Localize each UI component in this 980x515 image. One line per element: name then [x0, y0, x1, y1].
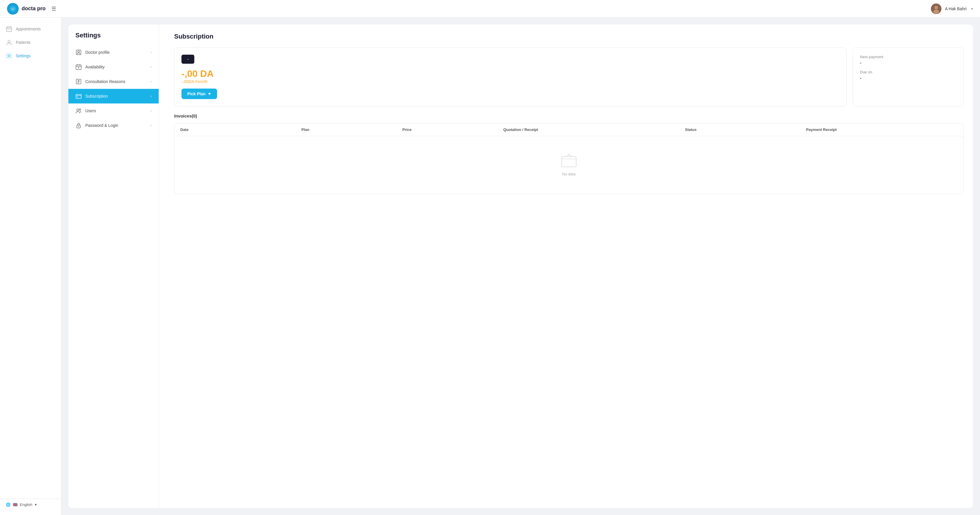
menu-left-subscription: Subscription: [75, 93, 108, 99]
menu-left-doctor: Doctor profile: [75, 49, 110, 56]
sidebar-item-settings[interactable]: Settings: [0, 49, 61, 62]
table-header-quotation: Quotation / Receipt: [503, 128, 685, 132]
svg-point-7: [933, 10, 939, 14]
invoices-table: Date Plan Price Quotation / Receipt Stat…: [174, 123, 964, 194]
doctor-profile-chevron: ›: [151, 50, 152, 54]
no-data-area: No data: [175, 136, 963, 194]
table-header-payment-receipt: Payment Receipt: [806, 128, 958, 132]
availability-label: Availability: [85, 65, 105, 69]
menu-left-password: Password & Login: [75, 122, 118, 129]
password-login-chevron: ›: [151, 123, 152, 128]
svg-point-25: [78, 126, 79, 127]
language-selector[interactable]: 🌐 🇬🇧 English ▾: [6, 502, 55, 507]
settings-menu-consultation-reasons[interactable]: Consultation Reasons ›: [68, 74, 159, 89]
no-data-text: No data: [562, 172, 576, 176]
settings-menu-password-login[interactable]: Password & Login ›: [68, 118, 159, 133]
no-data-icon: [560, 154, 578, 168]
consultation-reasons-icon: [75, 78, 82, 85]
table-header-date: Date: [180, 128, 302, 132]
lang-emoji-icon: 🌐: [6, 502, 11, 507]
table-header-plan: Plan: [302, 128, 402, 132]
table-header-status: Status: [685, 128, 806, 132]
sidebar-item-patients[interactable]: Patients: [0, 36, 61, 49]
navbar: docta pro ☰ A Hak Bahri ▾: [0, 0, 980, 18]
svg-rect-8: [6, 27, 12, 32]
settings-menu-subscription[interactable]: Subscription ›: [68, 89, 159, 104]
logo: docta pro: [7, 3, 46, 14]
svg-point-17: [78, 67, 79, 69]
settings-menu-doctor-profile[interactable]: Doctor profile ›: [68, 45, 159, 60]
sidebar-item-appointments[interactable]: Appointments: [0, 22, 61, 36]
sidebar-settings-label: Settings: [16, 54, 31, 58]
menu-left-users: Users: [75, 108, 96, 114]
svg-rect-26: [562, 157, 576, 167]
svg-point-12: [8, 40, 10, 43]
availability-icon: [75, 64, 82, 70]
appointments-icon: [6, 26, 12, 32]
svg-rect-20: [76, 94, 81, 99]
plan-price: -,00 DA: [181, 69, 840, 79]
svg-point-6: [934, 6, 938, 10]
next-payment-value: -: [860, 60, 956, 65]
settings-container: Settings Doctor profile ›: [68, 25, 973, 508]
pick-plan-button[interactable]: Pick Plan ✦: [181, 89, 217, 99]
users-label: Users: [85, 108, 96, 113]
subscription-icon: [75, 93, 82, 99]
menu-left-consultation: Consultation Reasons: [75, 78, 125, 85]
logo-icon: [7, 3, 19, 14]
consultation-reasons-label: Consultation Reasons: [85, 79, 125, 84]
svg-rect-21: [77, 97, 78, 97]
language-label: English: [20, 502, 32, 507]
plan-price-area: -,00 DA -,00DA /month: [181, 69, 840, 84]
plan-badge: -: [181, 55, 194, 64]
svg-point-27: [568, 154, 570, 155]
menu-left-availability: Availability: [75, 64, 105, 70]
pick-plan-label: Pick Plan: [187, 91, 205, 96]
table-header: Date Plan Price Quotation / Receipt Stat…: [175, 123, 963, 136]
hamburger-button[interactable]: ☰: [50, 5, 57, 13]
settings-content: Subscription - -,00 DA -,00DA /month: [165, 25, 973, 508]
plan-price-sub: -,00DA /month: [181, 79, 840, 84]
svg-rect-11: [10, 30, 11, 30]
pick-plan-icon: ✦: [208, 91, 211, 96]
settings-sidebar: Settings Doctor profile ›: [68, 25, 159, 508]
settings-menu-availability[interactable]: Availability ›: [68, 60, 159, 74]
sidebar-nav: Appointments Patients Settings: [0, 22, 61, 499]
navbar-right: A Hak Bahri ▾: [931, 3, 973, 14]
users-chevron: ›: [151, 109, 152, 113]
subscription-label: Subscription: [85, 94, 108, 99]
svg-rect-10: [9, 30, 10, 30]
sidebar-footer: 🌐 🇬🇧 English ▾: [0, 499, 61, 510]
sidebar-patients-label: Patients: [16, 40, 31, 45]
svg-point-3: [11, 8, 12, 8]
subscription-top: - -,00 DA -,00DA /month Pick Plan ✦: [174, 47, 964, 107]
settings-icon: [6, 53, 12, 59]
svg-point-0: [10, 6, 16, 12]
hamburger-icon: ☰: [51, 6, 56, 12]
app-name: docta pro: [22, 6, 46, 12]
svg-rect-9: [8, 30, 8, 30]
svg-point-4: [13, 8, 14, 8]
avatar: [931, 3, 942, 14]
due-on-label: Due on: [860, 70, 956, 74]
svg-point-13: [8, 55, 10, 57]
doctor-profile-icon: [75, 49, 82, 56]
users-icon: [75, 108, 82, 114]
sidebar-appointments-label: Appointments: [16, 27, 41, 31]
user-name: A Hak Bahri: [945, 6, 967, 11]
subscription-chevron: ›: [151, 94, 152, 98]
svg-point-15: [78, 51, 80, 53]
settings-menu-users[interactable]: Users ›: [68, 104, 159, 118]
main-layout: Appointments Patients Settings 🌐: [0, 18, 980, 515]
subscription-page-title: Subscription: [174, 33, 964, 40]
lang-flag-icon: 🇬🇧: [13, 502, 18, 507]
doctor-profile-label: Doctor profile: [85, 50, 110, 55]
consultation-reasons-chevron: ›: [151, 80, 152, 84]
invoices-title: Invoices(0): [174, 113, 964, 118]
table-body: No data: [175, 136, 963, 194]
due-on-value: -: [860, 75, 956, 80]
password-login-icon: [75, 122, 82, 129]
navbar-left: docta pro ☰: [7, 3, 57, 14]
next-payment-label: Next payment: [860, 55, 956, 59]
user-chevron-icon[interactable]: ▾: [971, 7, 973, 11]
